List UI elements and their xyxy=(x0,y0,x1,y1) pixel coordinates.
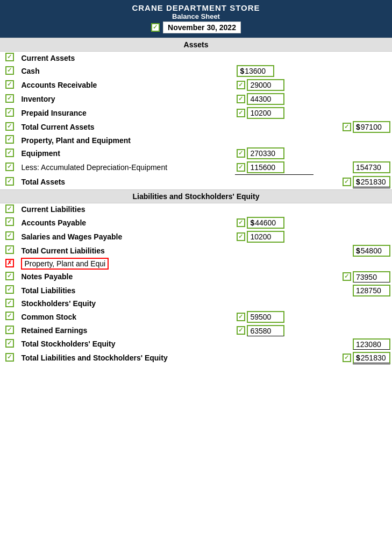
total-assets-value-check[interactable] xyxy=(343,178,351,186)
cash-label: Cash xyxy=(21,67,39,75)
cs-check[interactable] xyxy=(5,312,14,320)
ar-check[interactable] xyxy=(5,80,14,89)
equipment-value-check[interactable] xyxy=(237,149,245,158)
equipment-input[interactable]: 270330 xyxy=(247,147,284,159)
tcl-input[interactable]: $54800 xyxy=(353,245,390,257)
ppe-check[interactable] xyxy=(5,135,14,144)
cs-label: Common Stock xyxy=(21,313,76,321)
accum-dep-row: Less: Accumulated Depreciation-Equipment… xyxy=(0,160,392,175)
tl-check[interactable] xyxy=(5,285,14,294)
error-check[interactable] xyxy=(5,259,14,267)
tca-input[interactable]: $97100 xyxy=(353,121,390,133)
pi-input[interactable]: 10200 xyxy=(247,107,284,119)
tca-check[interactable] xyxy=(5,122,14,131)
pi-value-check[interactable] xyxy=(237,109,245,117)
cs-input[interactable]: 59500 xyxy=(247,311,284,323)
inventory-check[interactable] xyxy=(5,94,14,103)
re-input[interactable]: 63580 xyxy=(247,325,284,336)
total-liabilities-row: Total Liabilities 128750 xyxy=(0,284,392,298)
ar-value-check[interactable] xyxy=(237,81,245,89)
report-date[interactable]: November 30, 2022 xyxy=(163,22,241,33)
np-input[interactable]: 73950 xyxy=(353,271,390,282)
total-assets-input[interactable]: $251830 xyxy=(353,176,390,188)
accum-dep-value-check[interactable] xyxy=(237,163,245,172)
cash-row: Cash $13600 xyxy=(0,64,392,78)
np-value-check[interactable] xyxy=(343,272,351,281)
se-check[interactable] xyxy=(5,299,14,307)
np-label: Notes Payable xyxy=(21,272,73,281)
total-current-assets-row: Total Current Assets $97100 xyxy=(0,120,392,134)
tle-check[interactable] xyxy=(5,353,14,362)
re-value-check[interactable] xyxy=(237,326,245,335)
cash-check[interactable] xyxy=(5,66,14,75)
total-current-liabilities-row: Total Current Liabilities $54800 xyxy=(0,244,392,258)
liabilities-table: Current Liabilities Accounts Payable xyxy=(0,203,392,365)
notes-payable-row: Notes Payable 73950 xyxy=(0,270,392,284)
current-assets-label: Current Assets xyxy=(21,54,75,62)
tca-label: Total Current Assets xyxy=(21,123,94,131)
pi-label: Prepaid Insurance xyxy=(21,109,86,117)
tse-label: Total Stockholders' Equity xyxy=(21,340,115,348)
ppe-header-row: Property, Plant and Equipment xyxy=(0,134,392,146)
cl-check[interactable] xyxy=(5,204,14,213)
total-assets-row: Total Assets $251830 xyxy=(0,175,392,189)
tl-input[interactable]: 128750 xyxy=(353,285,390,296)
report-header: CRANE DEPARTMENT STORE Balance Sheet Nov… xyxy=(0,0,392,38)
sw-value-check[interactable] xyxy=(237,232,245,241)
sw-check[interactable] xyxy=(5,231,14,240)
tle-input[interactable]: $251830 xyxy=(353,352,390,364)
sw-label: Salaries and Wages Payable xyxy=(21,232,122,241)
net-ppe-input[interactable]: 154730 xyxy=(353,161,390,173)
current-assets-check[interactable] xyxy=(5,53,14,61)
inventory-value-check[interactable] xyxy=(237,95,245,103)
inventory-label: Inventory xyxy=(21,95,55,103)
total-liab-equity-row: Total Liabilities and Stockholders' Equi… xyxy=(0,351,392,365)
ar-input[interactable]: 29000 xyxy=(247,79,284,91)
tcl-check[interactable] xyxy=(5,245,14,254)
pi-check[interactable] xyxy=(5,108,14,117)
equipment-label: Equipment xyxy=(21,149,60,158)
company-name: CRANE DEPARTMENT STORE xyxy=(5,3,387,12)
error-label[interactable]: Property, Plant and Equi xyxy=(21,258,109,270)
tse-input[interactable]: 123080 xyxy=(353,338,390,350)
liabilities-section-header: Liabilities and Stockholders' Equity xyxy=(0,189,392,203)
salaries-wages-row: Salaries and Wages Payable 10200 xyxy=(0,230,392,244)
total-assets-check[interactable] xyxy=(5,177,14,186)
ppe-label: Property, Plant and Equipment xyxy=(21,136,131,145)
ap-check[interactable] xyxy=(5,217,14,226)
ap-label: Accounts Payable xyxy=(21,218,86,227)
se-header-row: Stockholders' Equity xyxy=(0,298,392,310)
equipment-row: Equipment 270330 xyxy=(0,146,392,160)
equipment-check[interactable] xyxy=(5,149,14,157)
re-label: Retained Earnings xyxy=(21,326,87,335)
prepaid-insurance-row: Prepaid Insurance 10200 xyxy=(0,106,392,120)
date-row: November 30, 2022 xyxy=(5,22,387,33)
retained-earnings-row: Retained Earnings 63580 xyxy=(0,324,392,337)
accum-dep-check[interactable] xyxy=(5,163,14,171)
tcl-label: Total Current Liabilities xyxy=(21,246,104,255)
accum-dep-label: Less: Accumulated Depreciation-Equipment xyxy=(21,163,167,172)
common-stock-row: Common Stock 59500 xyxy=(0,310,392,324)
np-check[interactable] xyxy=(5,272,14,280)
tl-label: Total Liabilities xyxy=(21,286,75,295)
cash-input[interactable]: $13600 xyxy=(237,65,274,77)
inventory-input[interactable]: 44300 xyxy=(247,93,284,105)
total-se-row: Total Stockholders' Equity 123080 xyxy=(0,337,392,351)
assets-table: Current Assets Cash $13600 xyxy=(0,52,392,189)
tca-value-check[interactable] xyxy=(343,123,351,131)
current-assets-header-row: Current Assets xyxy=(0,52,392,64)
assets-section-header: Assets xyxy=(0,38,392,52)
accum-dep-input[interactable]: 115600 xyxy=(247,161,284,173)
se-label: Stockholders' Equity xyxy=(21,299,96,308)
cs-value-check[interactable] xyxy=(237,313,245,321)
ap-value-check[interactable] xyxy=(237,218,245,227)
ar-label: Accounts Receivable xyxy=(21,81,97,89)
date-check-icon[interactable] xyxy=(151,23,160,32)
sw-input[interactable]: 10200 xyxy=(247,231,284,243)
inventory-row: Inventory 44300 xyxy=(0,92,392,106)
accounts-payable-row: Accounts Payable $44600 xyxy=(0,216,392,230)
ap-input[interactable]: $44600 xyxy=(247,217,284,229)
tse-check[interactable] xyxy=(5,339,14,348)
tle-value-check[interactable] xyxy=(343,354,351,362)
re-check[interactable] xyxy=(5,326,14,334)
